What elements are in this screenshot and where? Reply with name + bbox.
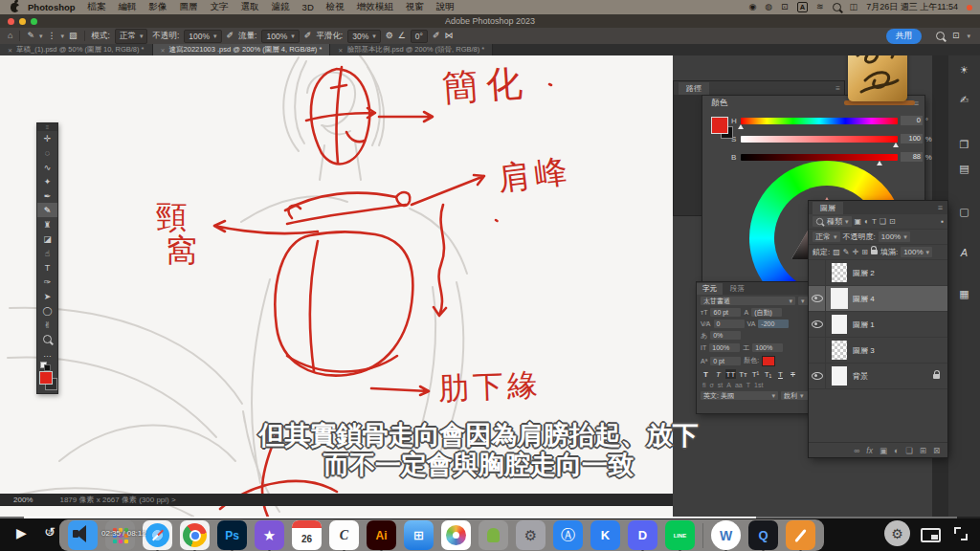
leading-select[interactable]: (自動) (751, 308, 782, 317)
adjustment-layer-icon[interactable]: ◐ (894, 446, 899, 455)
hue-value[interactable]: 0 (901, 116, 923, 125)
brush-settings-icon[interactable]: ⋮ (48, 32, 56, 40)
chevron-down-icon[interactable]: ▾ (61, 33, 65, 40)
layer-row[interactable]: 圖層 3 (809, 338, 947, 364)
close-icon[interactable]: ✕ (8, 47, 12, 54)
layer-opacity-select[interactable]: 100% ▾ (879, 231, 910, 242)
character-tab[interactable]: 字元 (697, 283, 723, 295)
layer-row[interactable]: 圖層 1 (809, 312, 947, 338)
strikethrough-button[interactable]: T (788, 369, 798, 379)
document-tab-3[interactable]: ✕ 臉部基本比例.psd @ 200% (頭骨, RGB/8) * (330, 44, 493, 55)
foreground-color-swatch[interactable] (39, 371, 53, 385)
dock-line[interactable]: LINE (665, 520, 695, 550)
small-caps-button[interactable]: Tᴛ (738, 369, 748, 379)
fullscreen-button[interactable] (954, 527, 968, 540)
flow-select[interactable]: 100% ▾ (261, 30, 299, 43)
screen-mirroring-icon[interactable]: ⊡ (781, 3, 789, 11)
symmetry-icon[interactable]: ⋈ (445, 32, 454, 40)
delete-layer-icon[interactable]: ⊠ (933, 446, 940, 455)
picture-in-picture-button[interactable] (921, 528, 941, 542)
libraries-panel-icon[interactable]: ❐ (960, 140, 969, 150)
share-button[interactable]: 共用 (886, 29, 922, 44)
rewind-10-button[interactable]: ↺ 10 (44, 524, 56, 540)
dock-calendar[interactable]: 26 (292, 520, 322, 550)
layers-tab[interactable]: 圖層 (813, 202, 843, 214)
glyphs-panel-icon[interactable]: A (961, 248, 968, 258)
dock-keynote[interactable]: K (590, 520, 620, 550)
panel-menu-icon[interactable]: ≡ (835, 84, 844, 93)
fill-select[interactable]: 100% ▾ (901, 247, 932, 257)
new-layer-icon[interactable]: ⊞ (920, 446, 926, 455)
filter-toggle-icon[interactable]: ▪ (941, 217, 944, 226)
menu-layer[interactable]: 圖層 (180, 1, 198, 13)
close-icon[interactable]: ✕ (338, 47, 343, 54)
history-panel-icon[interactable]: ✍ (960, 95, 969, 105)
layer-thumbnail[interactable] (832, 341, 847, 360)
brush-panel-toggle-icon[interactable]: ▨ (69, 32, 78, 40)
language-select[interactable]: 英文: 美國 ▾ (701, 391, 778, 400)
dock-app-store[interactable]: Ⓐ (553, 520, 583, 550)
pressure-opacity-icon[interactable]: ✐ (227, 32, 234, 40)
brightness-value[interactable]: 88 (901, 152, 923, 162)
visibility-toggle[interactable] (809, 260, 826, 285)
airbrush-icon[interactable]: ✐ (304, 32, 312, 40)
brush-angle-input[interactable]: 0° (411, 30, 428, 43)
search-icon[interactable] (936, 32, 945, 40)
menu-type[interactable]: 文字 (211, 1, 229, 13)
tracking-select[interactable]: -200 (758, 320, 789, 328)
horizontal-scale-input[interactable]: 100% (752, 343, 783, 352)
workspace-switcher-icon[interactable]: ⊡ (952, 32, 960, 40)
menu-image[interactable]: 影像 (149, 1, 167, 13)
eraser-tool[interactable]: ◪ (37, 231, 57, 246)
layer-row[interactable]: 圖層 2 (809, 260, 947, 286)
menubar-clock[interactable]: 7月26日 週三 上午11:54 (866, 1, 958, 13)
dock-chrome[interactable] (180, 520, 210, 550)
dock-quicktime[interactable]: Q (748, 520, 778, 550)
menu-plugins[interactable]: 增效模組 (357, 1, 393, 13)
subscript-button[interactable]: T₁ (763, 369, 773, 379)
adjustments-panel-icon[interactable]: ☀ (960, 65, 969, 76)
swash-button[interactable]: σ (710, 382, 714, 388)
video-progress-bar[interactable] (0, 517, 980, 518)
underline-button[interactable]: T (775, 369, 786, 379)
filter-type-icon[interactable]: T (872, 217, 877, 226)
control-center-icon[interactable]: ◫ (850, 3, 858, 11)
color-panel-title[interactable]: 顏色 (702, 98, 727, 109)
lock-position-icon[interactable]: ✛ (853, 248, 859, 256)
saturation-slider-handle[interactable] (893, 143, 899, 147)
close-icon[interactable]: ✕ (161, 47, 166, 54)
menu-3d[interactable]: 3D (302, 2, 314, 12)
filter-shape-icon[interactable]: ❏ (880, 217, 886, 226)
document-tab-1[interactable]: ✕ 草稿_(1).psd @ 50% (圖層 10, RGB/8) * (0, 44, 153, 55)
lock-artboard-icon[interactable]: ⊞ (861, 248, 868, 256)
apple-logo-icon[interactable] (11, 3, 19, 12)
new-group-icon[interactable]: ❏ (905, 446, 913, 455)
clone-stamp-tool[interactable]: ♜ (37, 217, 57, 231)
proportional-spacing-select[interactable]: 0% (710, 331, 741, 340)
visibility-toggle[interactable] (809, 338, 826, 363)
saturation-slider[interactable] (741, 136, 898, 143)
spotlight-search-icon[interactable] (833, 3, 841, 11)
dock-safari[interactable] (143, 520, 172, 550)
marquee-tool[interactable]: ◌ (37, 145, 57, 160)
dock-photos[interactable] (441, 520, 471, 550)
superscript-button[interactable]: T¹ (750, 369, 761, 379)
shape-tool[interactable]: ◯ (37, 303, 57, 318)
smoothing-select[interactable]: 30% ▾ (347, 30, 381, 43)
home-icon[interactable]: ⌂ (8, 32, 12, 40)
brightness-slider[interactable] (741, 154, 898, 161)
kerning-select[interactable]: 0 (714, 320, 745, 328)
zoom-level[interactable]: 200% (13, 496, 33, 504)
dock-star-app[interactable]: ★ (255, 520, 284, 550)
text-color-swatch[interactable] (762, 356, 775, 366)
bold-button[interactable]: T (701, 369, 711, 379)
camera-status-icon[interactable]: ◍ (765, 3, 772, 11)
ordinals-button[interactable]: aa (735, 382, 743, 388)
pen-tool[interactable]: ✑ (37, 275, 57, 289)
visibility-toggle[interactable] (809, 312, 826, 337)
input-source-icon[interactable]: A (797, 2, 808, 12)
fractions-button[interactable]: T (746, 382, 750, 388)
document-tab-2-active[interactable]: ✕ 速寫20221003 .psd @ 200% (圖層 4, RGB/8#) … (153, 44, 331, 55)
italic-button[interactable]: T (713, 369, 724, 379)
dock-illustrator[interactable]: Ai (367, 520, 396, 550)
